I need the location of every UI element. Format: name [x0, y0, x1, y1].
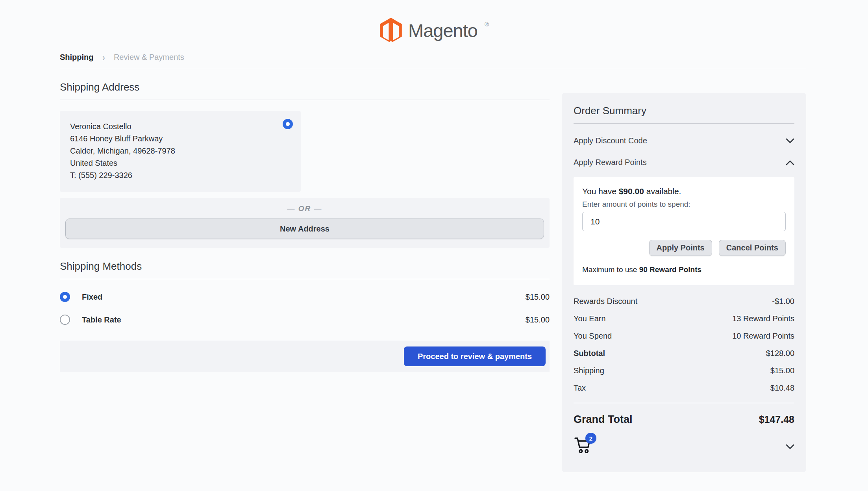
radio-dot [63, 295, 67, 299]
magento-logo: Magento ® [380, 18, 488, 43]
total-row-rewards-discount: Rewards Discount -$1.00 [574, 297, 794, 306]
total-row-you-spend: You Spend 10 Reward Points [574, 332, 794, 341]
magento-logo-icon [380, 18, 402, 43]
apply-discount-code-toggle[interactable]: Apply Discount Code [574, 136, 794, 145]
total-row-tax: Tax $10.48 [574, 384, 794, 393]
reward-points-card: You have $90.00 available. Enter amount … [574, 177, 794, 285]
cart-summary-row: 2 [574, 436, 794, 458]
chevron-up-icon [786, 160, 794, 165]
address-street: 6146 Honey Bluff Parkway [70, 133, 291, 145]
breadcrumb-review-payments[interactable]: Review & Payments [114, 53, 184, 62]
grand-total-value: $147.48 [759, 414, 794, 425]
max-points-value: 90 Reward Points [639, 265, 701, 274]
max-points-text: Maximum to use 90 Reward Points [582, 265, 786, 274]
shipping-address-title: Shipping Address [60, 81, 550, 100]
apply-reward-points-toggle[interactable]: Apply Reward Points [574, 158, 794, 167]
shipping-method-fixed[interactable]: Fixed $15.00 [60, 292, 550, 302]
method-fixed-label: Fixed [82, 293, 102, 302]
order-summary-panel: Order Summary Apply Discount Code Apply … [562, 93, 806, 472]
shipping-method-table-rate[interactable]: Table Rate $15.00 [60, 315, 550, 325]
shipping-methods-title: Shipping Methods [60, 260, 550, 279]
radio-table-rate-icon[interactable] [60, 315, 70, 325]
apply-points-button[interactable]: Apply Points [649, 240, 712, 256]
logo-wordmark: Magento [408, 20, 477, 41]
chevron-down-icon[interactable] [786, 444, 794, 450]
chevron-down-icon [786, 138, 794, 144]
cart-items-toggle[interactable]: 2 [574, 436, 594, 458]
checkout-main: Shipping Address Veronica Costello 6146 … [60, 81, 550, 372]
grand-total-divider [574, 403, 794, 403]
grand-total-label: Grand Total [574, 413, 633, 426]
shipping-address-card[interactable]: Veronica Costello 6146 Honey Bluff Parkw… [60, 111, 301, 192]
total-row-you-earn: You Earn 13 Reward Points [574, 314, 794, 323]
totals-table: Rewards Discount -$1.00 You Earn 13 Rewa… [574, 297, 794, 393]
address-phone: T: (555) 229-3326 [70, 169, 291, 182]
discount-toggle-label: Apply Discount Code [574, 136, 647, 145]
address-selected-radio[interactable] [283, 119, 293, 129]
points-buttons: Apply Points Cancel Points [582, 240, 786, 256]
radio-dot [286, 122, 290, 126]
logo-registered-mark: ® [485, 21, 489, 28]
cancel-points-button[interactable]: Cancel Points [719, 240, 786, 256]
points-available-amount: $90.00 [619, 187, 644, 196]
cart-count-badge: 2 [585, 433, 596, 444]
proceed-strip: Proceed to review & payments [60, 341, 550, 372]
breadcrumb: Shipping › Review & Payments [60, 53, 806, 69]
or-divider: — OR — [65, 204, 544, 213]
total-row-subtotal: Subtotal $128.00 [574, 349, 794, 358]
address-country: United States [70, 157, 291, 169]
points-amount-input[interactable] [582, 212, 786, 231]
address-city: Calder, Michigan, 49628-7978 [70, 145, 291, 157]
breadcrumb-shipping[interactable]: Shipping [60, 53, 94, 62]
total-row-shipping: Shipping $15.00 [574, 366, 794, 375]
method-table-rate-label: Table Rate [82, 315, 121, 324]
new-address-button[interactable]: New Address [65, 219, 544, 239]
reward-toggle-label: Apply Reward Points [574, 158, 647, 167]
or-section: — OR — New Address [60, 198, 550, 248]
radio-fixed-icon[interactable] [60, 292, 70, 302]
address-name: Veronica Costello [70, 120, 291, 133]
points-input-label: Enter amount of points to spend: [582, 200, 786, 209]
grand-total-row: Grand Total $147.48 [574, 413, 794, 426]
chevron-right-icon: › [102, 52, 105, 63]
header: Magento ® [0, 0, 868, 47]
points-available-text: You have $90.00 available. [582, 187, 786, 196]
method-table-rate-price: $15.00 [526, 315, 550, 324]
proceed-to-review-button[interactable]: Proceed to review & payments [404, 346, 546, 366]
method-fixed-price: $15.00 [526, 293, 550, 302]
order-summary-title: Order Summary [574, 105, 794, 124]
